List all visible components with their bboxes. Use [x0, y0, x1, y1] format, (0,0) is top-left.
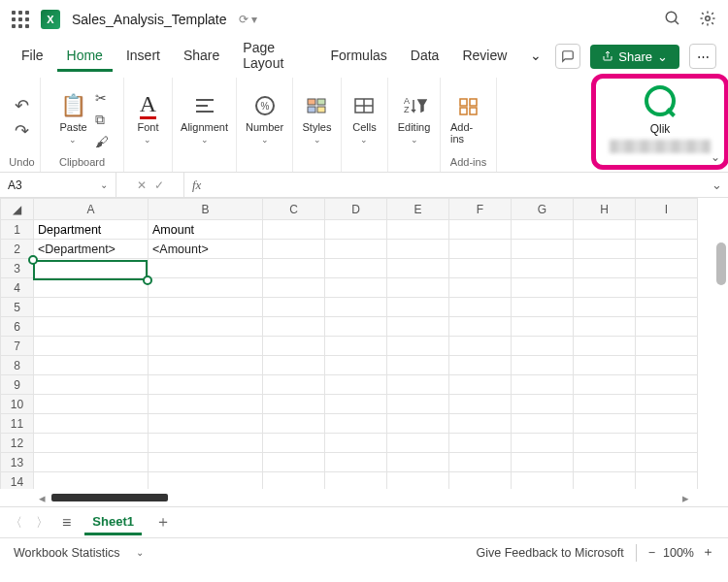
- cell[interactable]: [34, 298, 149, 317]
- tab-formulas[interactable]: Formulas: [320, 42, 396, 72]
- cell[interactable]: [512, 453, 574, 472]
- row-header[interactable]: 5: [1, 298, 34, 317]
- cell[interactable]: [387, 298, 449, 317]
- cell[interactable]: [574, 337, 636, 356]
- cell[interactable]: [263, 337, 325, 356]
- cell[interactable]: [263, 375, 325, 395]
- cell[interactable]: [387, 434, 449, 453]
- paste-button[interactable]: 📋 Paste ⌄: [55, 90, 90, 146]
- cut-button[interactable]: ✂: [95, 90, 109, 106]
- cell[interactable]: [325, 240, 387, 259]
- cell[interactable]: [387, 259, 449, 278]
- cells-dropdown[interactable]: Cells ⌄: [348, 90, 380, 146]
- sheet-tab[interactable]: Sheet1: [84, 510, 142, 535]
- cell[interactable]: [34, 472, 149, 490]
- cell[interactable]: [512, 298, 574, 317]
- cell[interactable]: [149, 472, 263, 490]
- number-dropdown[interactable]: % Number ⌄: [242, 90, 287, 146]
- cell[interactable]: [263, 395, 325, 414]
- tab-file[interactable]: File: [12, 42, 53, 72]
- cancel-formula-icon[interactable]: ✕: [137, 178, 147, 192]
- cell[interactable]: [449, 240, 512, 259]
- editing-dropdown[interactable]: AZ Editing ⌄: [394, 90, 435, 146]
- cell[interactable]: [512, 375, 574, 395]
- row-header[interactable]: 10: [1, 395, 34, 414]
- tab-page-layout[interactable]: Page Layout: [233, 34, 316, 80]
- cell[interactable]: [325, 472, 387, 490]
- cell[interactable]: [387, 317, 449, 337]
- cell[interactable]: [636, 259, 698, 278]
- row-header[interactable]: 13: [1, 453, 34, 472]
- cell[interactable]: [636, 375, 698, 395]
- cell[interactable]: [574, 472, 636, 490]
- cell[interactable]: [512, 220, 574, 240]
- scroll-right-icon[interactable]: ▸: [682, 491, 689, 505]
- name-box[interactable]: A3 ⌄: [0, 173, 116, 197]
- zoom-level[interactable]: 100%: [663, 546, 694, 560]
- confirm-formula-icon[interactable]: ✓: [154, 178, 164, 192]
- cell[interactable]: <Amount>: [149, 240, 263, 259]
- format-painter-button[interactable]: 🖌: [95, 134, 109, 149]
- settings-gear-icon[interactable]: [699, 10, 716, 30]
- cell[interactable]: [449, 453, 512, 472]
- zoom-in-button[interactable]: ＋: [702, 544, 714, 561]
- selection-handle[interactable]: [28, 255, 38, 265]
- cell[interactable]: [449, 434, 512, 453]
- styles-dropdown[interactable]: Styles ⌄: [299, 90, 336, 146]
- feedback-link[interactable]: Give Feedback to Microsoft: [477, 546, 624, 560]
- cell[interactable]: [387, 278, 449, 298]
- cell[interactable]: [636, 472, 698, 490]
- cell[interactable]: [387, 472, 449, 490]
- cell[interactable]: [34, 395, 149, 414]
- cell[interactable]: [574, 220, 636, 240]
- cell[interactable]: [574, 317, 636, 337]
- cell[interactable]: [325, 259, 387, 278]
- horizontal-scrollbar[interactable]: [51, 494, 168, 501]
- col-header[interactable]: D: [325, 199, 387, 220]
- cell[interactable]: [325, 375, 387, 395]
- cell[interactable]: [387, 220, 449, 240]
- cell[interactable]: [512, 259, 574, 278]
- tab-home[interactable]: Home: [57, 42, 113, 72]
- copy-button[interactable]: ⧉: [95, 112, 109, 128]
- selection-handle[interactable]: [143, 275, 152, 285]
- cell[interactable]: Department: [34, 220, 149, 240]
- cell[interactable]: [449, 298, 512, 317]
- vertical-scrollbar[interactable]: [716, 242, 726, 285]
- expand-formula-bar[interactable]: ⌄: [705, 173, 728, 197]
- font-dropdown[interactable]: A Font ⌄: [133, 90, 162, 146]
- cell[interactable]: [512, 337, 574, 356]
- cell[interactable]: [636, 298, 698, 317]
- cell[interactable]: [387, 375, 449, 395]
- document-title[interactable]: Sales_Analysis_Template: [72, 12, 227, 27]
- search-icon[interactable]: [664, 10, 681, 30]
- cell[interactable]: [387, 414, 449, 434]
- prev-sheet-button[interactable]: 〈: [10, 514, 22, 532]
- cell[interactable]: [149, 317, 263, 337]
- workbook-stats-button[interactable]: Workbook Statistics: [14, 546, 120, 560]
- cell[interactable]: [574, 298, 636, 317]
- select-all-corner[interactable]: ◢: [1, 199, 34, 220]
- cell[interactable]: [149, 375, 263, 395]
- zoom-out-button[interactable]: −: [648, 546, 655, 560]
- cell[interactable]: [325, 278, 387, 298]
- cell[interactable]: [512, 434, 574, 453]
- cell[interactable]: [449, 278, 512, 298]
- cell[interactable]: [636, 395, 698, 414]
- addins-button[interactable]: Add-ins: [447, 90, 490, 146]
- cell[interactable]: [263, 453, 325, 472]
- cell[interactable]: [574, 395, 636, 414]
- cell[interactable]: [263, 434, 325, 453]
- cell[interactable]: [149, 278, 263, 298]
- cell[interactable]: [636, 434, 698, 453]
- formula-bar[interactable]: [209, 173, 705, 197]
- col-header[interactable]: C: [263, 199, 325, 220]
- qlik-addin-group[interactable]: Qlik: [596, 78, 724, 172]
- cell[interactable]: [263, 278, 325, 298]
- cell[interactable]: [636, 220, 698, 240]
- tab-share[interactable]: Share: [174, 42, 229, 72]
- cell[interactable]: [263, 414, 325, 434]
- cell[interactable]: [574, 453, 636, 472]
- undo-button[interactable]: ↶: [15, 95, 29, 116]
- cell[interactable]: [387, 395, 449, 414]
